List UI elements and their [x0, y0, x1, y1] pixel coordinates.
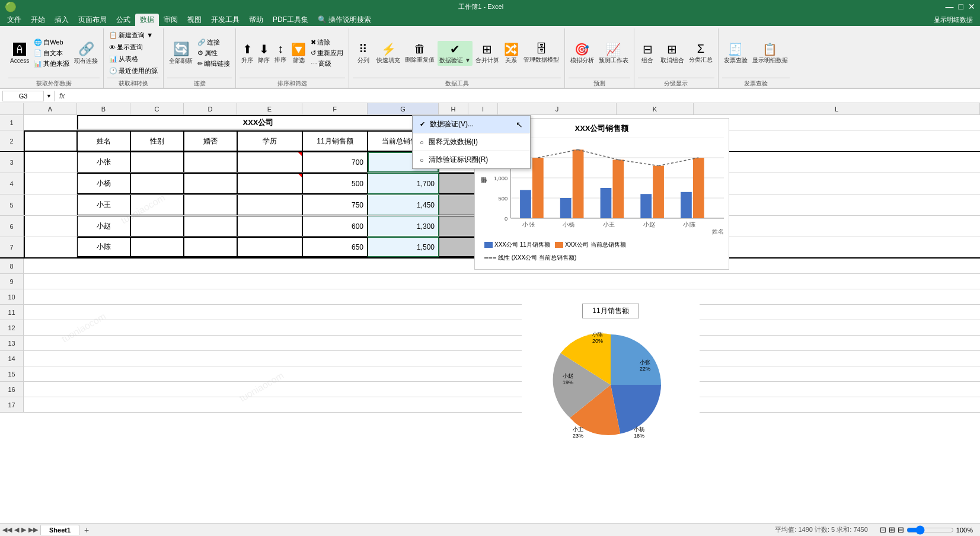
ribbon-btn-reapply[interactable]: ↺重新应用: [309, 48, 345, 58]
menu-pdf[interactable]: PDF工具集: [268, 14, 313, 26]
row-header-6[interactable]: 6: [0, 216, 24, 237]
sheet-nav-left[interactable]: ◀◀: [2, 526, 12, 534]
ribbon-btn-edit-links[interactable]: ✏编辑链接: [196, 59, 232, 69]
col-header-e[interactable]: E: [237, 103, 302, 114]
menu-formula[interactable]: 公式: [111, 14, 135, 26]
cell-g5[interactable]: 1,450: [368, 194, 439, 215]
cell-a1[interactable]: [24, 115, 77, 130]
col-header-j[interactable]: J: [498, 103, 617, 114]
cell-f6[interactable]: 600: [302, 216, 368, 237]
ribbon-btn-forecast-sheet[interactable]: 📈 预测工作表: [597, 41, 630, 66]
page-break-view-btn[interactable]: ⊟: [898, 525, 904, 534]
cell-b2[interactable]: 姓名: [77, 130, 130, 151]
ribbon-btn-group[interactable]: ⊟ 组合: [638, 41, 657, 66]
ribbon-btn-sort[interactable]: ↕ 排序: [273, 41, 288, 65]
sheet-nav-next[interactable]: ▶: [21, 526, 26, 534]
ribbon-btn-advanced[interactable]: ⋯高级: [309, 59, 345, 69]
row-header-1[interactable]: 1: [0, 115, 24, 130]
ribbon-btn-split-col[interactable]: ⠿ 分列: [353, 41, 374, 66]
row-header-8[interactable]: 8: [0, 259, 24, 273]
ribbon-btn-new-query[interactable]: 📋新建查询 ▼: [107, 30, 159, 41]
ribbon-btn-subtotal[interactable]: Σ 分类汇总: [687, 41, 714, 65]
cell-d2[interactable]: 婚否: [184, 130, 237, 151]
ribbon-btn-access[interactable]: 🅰 Access: [8, 41, 31, 65]
menu-dev[interactable]: 开发工具: [206, 14, 244, 26]
row-header-3[interactable]: 3: [0, 152, 24, 173]
col-header-d[interactable]: D: [184, 103, 237, 114]
cell-d3[interactable]: [184, 152, 237, 173]
page-layout-view-btn[interactable]: ⊞: [889, 525, 895, 534]
row-header-10[interactable]: 10: [0, 289, 24, 304]
ribbon-btn-refresh-all[interactable]: 🔄 全部刷新: [167, 40, 194, 66]
menu-review[interactable]: 审阅: [159, 14, 183, 26]
col-header-i[interactable]: I: [468, 103, 498, 114]
ribbon-btn-web[interactable]: 🌐自Web: [32, 37, 71, 47]
cell-b1-merged[interactable]: XXX公司: [77, 115, 439, 130]
ribbon-btn-from-table[interactable]: 📊从表格: [107, 53, 159, 65]
cell-f2[interactable]: 11月销售额: [302, 130, 368, 151]
row-header-16[interactable]: 16: [0, 382, 24, 397]
menu-file[interactable]: 文件: [2, 14, 26, 26]
row-header-11[interactable]: 11: [0, 305, 24, 320]
cell-e2[interactable]: 学历: [237, 130, 302, 151]
cell-b5[interactable]: 小王: [77, 194, 130, 215]
cell-f5[interactable]: 750: [302, 194, 368, 215]
sheet-nav-prev[interactable]: ◀: [14, 526, 19, 534]
ribbon-btn-consolidate[interactable]: ⊞ 合并计算: [474, 41, 501, 66]
cell-b6[interactable]: 小赵: [77, 216, 130, 237]
col-header-c[interactable]: C: [130, 103, 184, 114]
ribbon-btn-recent-sources[interactable]: 🕐最近使用的源: [107, 65, 159, 76]
menu-help[interactable]: 帮助: [244, 14, 268, 26]
cell-e7[interactable]: [237, 237, 302, 257]
cell-d5[interactable]: [184, 194, 237, 215]
cell-a6[interactable]: [24, 216, 77, 237]
cell-e3[interactable]: [237, 152, 302, 173]
ribbon-btn-scenario[interactable]: 🎯 模拟分析: [569, 41, 596, 66]
cell-e4[interactable]: [237, 173, 302, 194]
cell-g6[interactable]: 1,300: [368, 216, 439, 237]
share-btn[interactable]: 显示明细数据: [929, 14, 978, 25]
cell-a3[interactable]: [24, 152, 77, 173]
cell-b7[interactable]: 小陈: [77, 237, 130, 257]
ribbon-btn-data-validation[interactable]: ✔ 数据验证 ▼: [438, 41, 473, 66]
ribbon-btn-remove-dup[interactable]: 🗑 删除重复值: [403, 41, 436, 65]
name-box-dropdown[interactable]: ▼: [46, 93, 52, 99]
cell-f3[interactable]: 700: [302, 152, 368, 173]
cell-a2[interactable]: [24, 130, 77, 151]
ribbon-btn-text[interactable]: 📄自文本: [32, 48, 71, 58]
dropdown-item-circle-invalid[interactable]: ○ 圈释无效数据(I): [413, 133, 530, 151]
ribbon-btn-other-sources[interactable]: 📊其他来源: [32, 59, 71, 69]
cell-c5[interactable]: [130, 194, 184, 215]
ribbon-btn-show-query[interactable]: 👁显示查询: [107, 42, 159, 53]
row-header-14[interactable]: 14: [0, 351, 24, 366]
row-header-9[interactable]: 9: [0, 274, 24, 289]
cell-d6[interactable]: [184, 216, 237, 237]
cell-c3[interactable]: [130, 152, 184, 173]
cell-c4[interactable]: [130, 173, 184, 194]
cell-f4[interactable]: 500: [302, 173, 368, 194]
cell-a5[interactable]: [24, 194, 77, 215]
col-header-g[interactable]: G: [368, 103, 439, 114]
ribbon-btn-clear[interactable]: ✖清除: [309, 37, 345, 47]
cell-c7[interactable]: [130, 237, 184, 257]
ribbon-btn-manage-model[interactable]: 🗄 管理数据模型: [522, 41, 561, 65]
menu-insert[interactable]: 插入: [50, 14, 74, 26]
row-header-15[interactable]: 15: [0, 366, 24, 381]
menu-page-layout[interactable]: 页面布局: [74, 14, 111, 26]
row-header-4[interactable]: 4: [0, 173, 24, 194]
formula-input[interactable]: [69, 92, 978, 100]
row-header-13[interactable]: 13: [0, 336, 24, 350]
ribbon-btn-show-detail[interactable]: 📋 显示明细数据: [751, 41, 790, 66]
cell-d4[interactable]: [184, 173, 237, 194]
col-header-b[interactable]: B: [77, 103, 130, 114]
cell-b3[interactable]: 小张: [77, 152, 130, 173]
dropdown-item-validation[interactable]: ✔ 数据验证(V)... ↖: [413, 116, 530, 133]
ribbon-btn-relationships[interactable]: 🔀 关系: [502, 41, 521, 66]
ribbon-btn-connections[interactable]: 🔗连接: [196, 37, 232, 47]
row-header-17[interactable]: 17: [0, 397, 24, 412]
col-header-h[interactable]: H: [439, 103, 468, 114]
col-header-a[interactable]: A: [24, 103, 77, 114]
zoom-slider[interactable]: [906, 527, 954, 534]
normal-view-btn[interactable]: ⊡: [880, 525, 886, 534]
menu-view[interactable]: 视图: [183, 14, 206, 26]
